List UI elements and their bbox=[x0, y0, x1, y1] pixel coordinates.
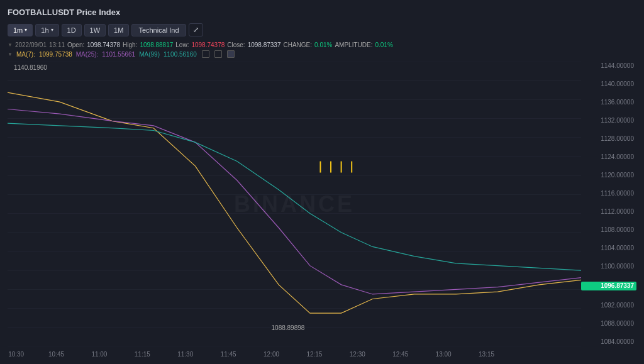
low-label: Low: bbox=[175, 41, 189, 48]
chevron-down-icon: ▾ bbox=[25, 27, 27, 33]
price-label: 1084.00000 bbox=[581, 339, 636, 345]
ma7-label: MA(7): bbox=[16, 51, 35, 58]
ma25-label: MA(25): bbox=[76, 51, 99, 58]
time-label: 10:45 bbox=[48, 351, 64, 358]
time-label: 12:15 bbox=[306, 351, 322, 358]
time-label: 13:00 bbox=[436, 351, 452, 358]
technical-indicators-button[interactable]: Technical Ind bbox=[131, 24, 186, 36]
ohlc-date: 2022/09/01 bbox=[15, 41, 47, 48]
price-label: 1116.00000 bbox=[581, 190, 636, 197]
price-label: 1132.00000 bbox=[581, 118, 636, 124]
expand-button[interactable]: ⤢ bbox=[189, 23, 203, 36]
timeframe-1w[interactable]: 1W bbox=[84, 24, 106, 36]
time-axis-spacer bbox=[581, 346, 636, 359]
high-label: High: bbox=[123, 41, 137, 48]
change-value: 0.01% bbox=[314, 41, 332, 48]
collapse-triangle: ▼ bbox=[8, 42, 13, 48]
open-value: 1098.74378 bbox=[87, 41, 120, 48]
time-label: 11:30 bbox=[177, 351, 193, 358]
ma-collapse-triangle: ▼ bbox=[8, 52, 13, 57]
ma7-value: 1099.75738 bbox=[39, 51, 72, 58]
chart-area: BINANCE 1140.81960 1088.89898 1144.00000… bbox=[8, 62, 636, 346]
amplitude-value: 0.01% bbox=[375, 41, 392, 48]
time-label: 10:30 bbox=[8, 351, 24, 358]
ohlc-row: ▼ 2022/09/01 13:11 Open: 1098.74378 High… bbox=[8, 41, 636, 48]
ma99-value: 1100.56160 bbox=[164, 51, 197, 58]
time-axis: 10:3010:4511:0011:1511:3011:4512:0012:15… bbox=[8, 346, 636, 359]
toolbar: 1m ▾ 1h ▾ 1D 1W 1M Technical Ind ⤢ bbox=[8, 23, 636, 36]
price-label: 1088.00000 bbox=[581, 321, 636, 327]
ohlc-time: 13:11 bbox=[49, 41, 65, 48]
price-label: 1120.00000 bbox=[581, 172, 636, 179]
price-label: 1096.87337 bbox=[581, 282, 636, 290]
ma-icon-1 bbox=[202, 50, 209, 58]
price-label: 1112.00000 bbox=[581, 209, 636, 215]
ma25-value: 1101.55661 bbox=[102, 51, 135, 58]
high-value: 1098.88817 bbox=[140, 41, 173, 48]
price-label: 1128.00000 bbox=[581, 136, 636, 142]
amplitude-label: AMPLITUDE: bbox=[335, 41, 372, 48]
price-label: 1140.00000 bbox=[581, 81, 636, 87]
timeframe-1d[interactable]: 1D bbox=[62, 24, 82, 36]
price-axis: 1144.000001140.000001136.000001132.00000… bbox=[581, 62, 636, 346]
price-label: 1144.00000 bbox=[581, 63, 636, 69]
timeframe-1m[interactable]: 1m ▾ bbox=[8, 24, 33, 36]
price-label: 1104.00000 bbox=[581, 245, 636, 251]
chart-canvas-container[interactable]: BINANCE 1140.81960 1088.89898 bbox=[8, 62, 581, 346]
time-label: 13:15 bbox=[479, 351, 494, 358]
price-chart[interactable] bbox=[8, 62, 581, 346]
ma-icon-3 bbox=[227, 50, 235, 58]
time-label: 12:00 bbox=[264, 351, 279, 358]
low-value: 1098.74378 bbox=[191, 41, 225, 48]
price-label: 1100.00000 bbox=[581, 263, 636, 270]
ma-icon-2 bbox=[214, 50, 222, 58]
timeframe-1mo[interactable]: 1M bbox=[108, 24, 129, 36]
change-label: CHANGE: bbox=[283, 41, 312, 48]
time-label: 11:15 bbox=[135, 351, 150, 358]
price-label: 1136.00000 bbox=[581, 99, 636, 106]
close-label: Close: bbox=[227, 41, 245, 48]
ma99-label: MA(99) bbox=[139, 51, 160, 58]
time-label: 12:30 bbox=[350, 351, 365, 358]
open-label: Open: bbox=[67, 41, 84, 48]
time-label: 11:00 bbox=[91, 351, 107, 358]
chevron-down-icon: ▾ bbox=[51, 27, 53, 33]
price-label: 1108.00000 bbox=[581, 227, 636, 233]
ma-row: ▼ MA(7): 1099.75738 MA(25): 1101.55661 M… bbox=[8, 50, 636, 58]
time-label: 11:45 bbox=[221, 351, 236, 358]
timeframe-1h[interactable]: 1h ▾ bbox=[35, 24, 58, 36]
page-title: FOOTBALLUSDT Price Index bbox=[8, 8, 636, 17]
time-labels: 10:3010:4511:0011:1511:3011:4512:0012:15… bbox=[8, 346, 581, 359]
close-value: 1098.87337 bbox=[248, 41, 281, 48]
time-label: 12:45 bbox=[392, 351, 408, 358]
price-label: 1124.00000 bbox=[581, 154, 636, 160]
price-label: 1092.00000 bbox=[581, 302, 636, 309]
